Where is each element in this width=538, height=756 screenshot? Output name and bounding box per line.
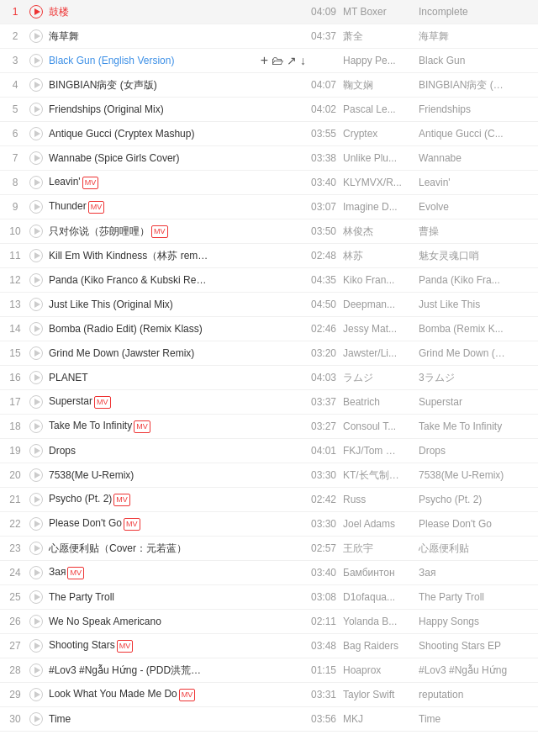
track-album[interactable]: Grind Me Down (… <box>417 347 535 359</box>
track-title[interactable]: PLANET <box>45 372 239 383</box>
mv-badge[interactable]: MV <box>179 689 196 701</box>
track-artist[interactable]: Deepman... <box>341 299 417 310</box>
track-title[interactable]: Antique Gucci (Cryptex Mashup) <box>45 128 239 140</box>
mv-badge[interactable]: MV <box>94 396 111 409</box>
track-album[interactable]: Psycho (Pt. 2) <box>417 494 535 505</box>
track-title[interactable]: Please Don't GoMV <box>45 517 239 530</box>
track-artist[interactable]: Unlike Plu... <box>341 152 417 164</box>
play-button[interactable] <box>27 542 45 555</box>
track-artist[interactable]: KT/长气制… <box>341 468 417 483</box>
track-artist[interactable]: MT Boxer <box>341 6 417 18</box>
play-button[interactable] <box>27 663 45 677</box>
mv-badge[interactable]: MV <box>88 201 105 214</box>
track-title[interactable]: BINGBIAN病变 (女声版) <box>45 78 239 93</box>
track-album[interactable]: #Lov3 #Ngẫu Hứng <box>417 664 535 676</box>
play-button[interactable] <box>27 639 45 653</box>
play-button[interactable] <box>27 78 45 92</box>
track-artist[interactable]: 鞠文娴 <box>341 78 417 93</box>
track-album[interactable]: Incomplete <box>417 6 535 18</box>
track-title[interactable]: Leavin'MV <box>45 176 239 188</box>
play-button[interactable] <box>27 468 45 482</box>
track-title[interactable]: Look What You Made Me DoMV <box>45 688 239 700</box>
track-album[interactable]: 7538(Me U-Remix) <box>417 469 535 481</box>
track-album[interactable]: Shooting Stars EP <box>417 640 535 652</box>
mv-badge[interactable]: MV <box>82 177 99 189</box>
track-artist[interactable]: Russ <box>341 494 417 505</box>
track-artist[interactable]: Pascal Le... <box>341 103 417 115</box>
track-album[interactable]: Panda (Kiko Fra... <box>417 274 535 286</box>
track-title[interactable]: SuperstarMV <box>45 395 239 408</box>
play-button[interactable] <box>27 615 45 628</box>
track-artist[interactable]: Bag Raiders <box>341 640 417 652</box>
track-artist[interactable]: KLYMVX/R... <box>341 177 417 188</box>
track-artist[interactable]: Joel Adams <box>341 518 417 530</box>
share-icon[interactable]: ↗ <box>287 54 297 67</box>
track-title[interactable]: Time <box>45 713 239 725</box>
play-button[interactable] <box>27 200 45 214</box>
mv-badge[interactable]: MV <box>67 567 84 579</box>
play-button[interactable] <box>27 517 45 531</box>
play-button[interactable] <box>27 420 45 433</box>
track-album[interactable]: Happy Songs <box>417 616 535 627</box>
track-artist[interactable]: Yolanda B... <box>341 616 417 627</box>
track-title[interactable]: Psycho (Pt. 2)MV <box>45 493 239 505</box>
play-button[interactable] <box>27 151 45 165</box>
track-album[interactable]: BINGBIAN病变 (… <box>417 78 535 93</box>
track-album[interactable]: reputation <box>417 689 535 700</box>
play-button[interactable] <box>27 273 45 287</box>
track-album[interactable]: Evolve <box>417 201 535 213</box>
track-title[interactable]: Black Gun (English Version) <box>45 55 261 66</box>
track-artist[interactable]: Бамбинтон <box>341 567 417 579</box>
track-title[interactable]: We No Speak Americano <box>45 616 239 627</box>
track-artist[interactable]: 林苏 <box>341 249 417 263</box>
track-artist[interactable]: Kiko Fran... <box>341 274 417 286</box>
track-title[interactable]: Wannabe (Spice Girls Cover) <box>45 152 239 164</box>
track-album[interactable]: Friendships <box>417 103 535 115</box>
track-title[interactable]: 7538(Me U-Remix) <box>45 469 239 481</box>
track-artist[interactable]: Taylor Swift <box>341 689 417 700</box>
play-button[interactable] <box>27 590 45 604</box>
track-album[interactable]: Drops <box>417 445 535 457</box>
track-title[interactable]: Grind Me Down (Jawster Remix) <box>45 347 239 359</box>
track-title[interactable]: ThunderMV <box>45 200 239 213</box>
track-artist[interactable]: FKJ/Tom … <box>341 445 417 457</box>
track-artist[interactable]: 林俊杰 <box>341 225 417 239</box>
track-title[interactable]: 鼓楼 <box>45 5 239 19</box>
play-button[interactable] <box>27 712 45 726</box>
track-album[interactable]: Time <box>417 713 535 725</box>
track-artist[interactable]: MKJ <box>341 713 417 725</box>
mv-badge[interactable]: MV <box>134 420 150 433</box>
track-album[interactable]: Superstar <box>417 396 535 408</box>
play-button[interactable] <box>27 29 45 43</box>
track-artist[interactable]: Jessy Mat... <box>341 323 417 335</box>
track-artist[interactable]: Hoaprox <box>341 664 417 676</box>
track-album[interactable]: Take Me To Infinity <box>417 420 535 432</box>
track-album[interactable]: 海草舞 <box>417 29 535 44</box>
play-button[interactable] <box>27 688 45 701</box>
play-button[interactable] <box>27 127 45 140</box>
track-artist[interactable]: Imagine D... <box>341 201 417 213</box>
play-button[interactable] <box>27 225 45 238</box>
folder-icon[interactable]: 🗁 <box>272 54 283 67</box>
track-album[interactable]: Wannabe <box>417 152 535 164</box>
play-button[interactable] <box>27 346 45 360</box>
track-title[interactable]: Drops <box>45 445 239 457</box>
track-album[interactable]: Leavin' <box>417 177 535 188</box>
play-button[interactable] <box>27 566 45 579</box>
track-artist[interactable]: Jawster/Li... <box>341 347 417 359</box>
track-title[interactable]: #Lov3 #Ngẫu Hứng - (PDD洪荒… <box>45 663 239 678</box>
play-button[interactable] <box>27 298 45 311</box>
track-title[interactable]: Take Me To InfinityMV <box>45 420 239 432</box>
play-button[interactable] <box>27 176 45 189</box>
mv-badge[interactable]: MV <box>151 225 168 238</box>
play-button[interactable] <box>27 103 45 116</box>
play-button[interactable] <box>27 54 45 67</box>
track-title[interactable]: Shooting StarsMV <box>45 639 239 652</box>
track-album[interactable]: Please Don't Go <box>417 518 535 530</box>
mv-badge[interactable]: MV <box>124 518 140 531</box>
track-album[interactable]: Just Like This <box>417 299 535 310</box>
track-artist[interactable]: ラムジ <box>341 371 417 385</box>
track-album[interactable]: 3ラムジ <box>417 371 535 385</box>
track-title[interactable]: Kill Em With Kindness（林苏 rem… <box>45 249 239 263</box>
track-title[interactable]: 只对你说（莎朗哩哩）MV <box>45 225 239 239</box>
